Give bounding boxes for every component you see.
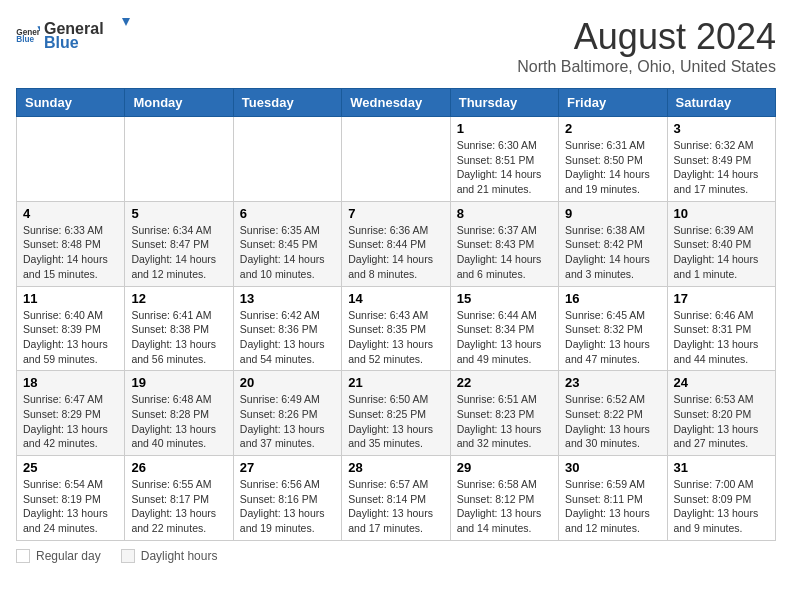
day-info: Sunrise: 6:53 AM Sunset: 8:20 PM Dayligh… xyxy=(674,392,769,451)
weekday-header-thursday: Thursday xyxy=(450,89,558,117)
day-cell xyxy=(233,117,341,202)
week-row-1: 1Sunrise: 6:30 AM Sunset: 8:51 PM Daylig… xyxy=(17,117,776,202)
day-cell: 8Sunrise: 6:37 AM Sunset: 8:43 PM Daylig… xyxy=(450,201,558,286)
day-cell: 16Sunrise: 6:45 AM Sunset: 8:32 PM Dayli… xyxy=(559,286,667,371)
week-row-2: 4Sunrise: 6:33 AM Sunset: 8:48 PM Daylig… xyxy=(17,201,776,286)
day-info: Sunrise: 6:33 AM Sunset: 8:48 PM Dayligh… xyxy=(23,223,118,282)
svg-text:Blue: Blue xyxy=(44,34,79,51)
day-info: Sunrise: 6:39 AM Sunset: 8:40 PM Dayligh… xyxy=(674,223,769,282)
header: General Blue General Blue August 2024 No… xyxy=(16,16,776,76)
day-info: Sunrise: 6:57 AM Sunset: 8:14 PM Dayligh… xyxy=(348,477,443,536)
day-cell: 6Sunrise: 6:35 AM Sunset: 8:45 PM Daylig… xyxy=(233,201,341,286)
day-cell: 25Sunrise: 6:54 AM Sunset: 8:19 PM Dayli… xyxy=(17,456,125,541)
day-number: 4 xyxy=(23,206,118,221)
weekday-header-row: SundayMondayTuesdayWednesdayThursdayFrid… xyxy=(17,89,776,117)
day-number: 16 xyxy=(565,291,660,306)
day-info: Sunrise: 6:54 AM Sunset: 8:19 PM Dayligh… xyxy=(23,477,118,536)
day-info: Sunrise: 6:55 AM Sunset: 8:17 PM Dayligh… xyxy=(131,477,226,536)
legend-item-white: Regular day xyxy=(16,549,101,563)
weekday-header-friday: Friday xyxy=(559,89,667,117)
day-info: Sunrise: 6:45 AM Sunset: 8:32 PM Dayligh… xyxy=(565,308,660,367)
day-number: 20 xyxy=(240,375,335,390)
day-cell: 24Sunrise: 6:53 AM Sunset: 8:20 PM Dayli… xyxy=(667,371,775,456)
day-cell: 19Sunrise: 6:48 AM Sunset: 8:28 PM Dayli… xyxy=(125,371,233,456)
day-cell: 5Sunrise: 6:34 AM Sunset: 8:47 PM Daylig… xyxy=(125,201,233,286)
legend-gray-label: Daylight hours xyxy=(141,549,218,563)
day-number: 17 xyxy=(674,291,769,306)
day-number: 13 xyxy=(240,291,335,306)
day-cell: 2Sunrise: 6:31 AM Sunset: 8:50 PM Daylig… xyxy=(559,117,667,202)
day-number: 6 xyxy=(240,206,335,221)
legend-box-gray xyxy=(121,549,135,563)
weekday-header-saturday: Saturday xyxy=(667,89,775,117)
day-number: 23 xyxy=(565,375,660,390)
day-number: 19 xyxy=(131,375,226,390)
week-row-5: 25Sunrise: 6:54 AM Sunset: 8:19 PM Dayli… xyxy=(17,456,776,541)
day-number: 2 xyxy=(565,121,660,136)
weekday-header-sunday: Sunday xyxy=(17,89,125,117)
day-number: 31 xyxy=(674,460,769,475)
day-cell: 30Sunrise: 6:59 AM Sunset: 8:11 PM Dayli… xyxy=(559,456,667,541)
day-cell: 26Sunrise: 6:55 AM Sunset: 8:17 PM Dayli… xyxy=(125,456,233,541)
day-info: Sunrise: 6:44 AM Sunset: 8:34 PM Dayligh… xyxy=(457,308,552,367)
day-cell: 15Sunrise: 6:44 AM Sunset: 8:34 PM Dayli… xyxy=(450,286,558,371)
day-number: 21 xyxy=(348,375,443,390)
day-info: Sunrise: 6:32 AM Sunset: 8:49 PM Dayligh… xyxy=(674,138,769,197)
day-info: Sunrise: 7:00 AM Sunset: 8:09 PM Dayligh… xyxy=(674,477,769,536)
weekday-header-tuesday: Tuesday xyxy=(233,89,341,117)
day-info: Sunrise: 6:47 AM Sunset: 8:29 PM Dayligh… xyxy=(23,392,118,451)
day-info: Sunrise: 6:41 AM Sunset: 8:38 PM Dayligh… xyxy=(131,308,226,367)
day-info: Sunrise: 6:42 AM Sunset: 8:36 PM Dayligh… xyxy=(240,308,335,367)
logo: General Blue General Blue xyxy=(16,16,134,52)
day-cell: 12Sunrise: 6:41 AM Sunset: 8:38 PM Dayli… xyxy=(125,286,233,371)
logo-svg: General Blue xyxy=(44,16,134,52)
day-cell: 17Sunrise: 6:46 AM Sunset: 8:31 PM Dayli… xyxy=(667,286,775,371)
day-cell: 22Sunrise: 6:51 AM Sunset: 8:23 PM Dayli… xyxy=(450,371,558,456)
svg-marker-4 xyxy=(122,18,130,26)
day-number: 18 xyxy=(23,375,118,390)
day-cell: 11Sunrise: 6:40 AM Sunset: 8:39 PM Dayli… xyxy=(17,286,125,371)
svg-text:Blue: Blue xyxy=(16,35,34,44)
day-cell: 3Sunrise: 6:32 AM Sunset: 8:49 PM Daylig… xyxy=(667,117,775,202)
day-info: Sunrise: 6:40 AM Sunset: 8:39 PM Dayligh… xyxy=(23,308,118,367)
day-info: Sunrise: 6:35 AM Sunset: 8:45 PM Dayligh… xyxy=(240,223,335,282)
day-cell: 9Sunrise: 6:38 AM Sunset: 8:42 PM Daylig… xyxy=(559,201,667,286)
day-cell: 18Sunrise: 6:47 AM Sunset: 8:29 PM Dayli… xyxy=(17,371,125,456)
day-cell: 20Sunrise: 6:49 AM Sunset: 8:26 PM Dayli… xyxy=(233,371,341,456)
day-info: Sunrise: 6:48 AM Sunset: 8:28 PM Dayligh… xyxy=(131,392,226,451)
day-number: 26 xyxy=(131,460,226,475)
day-info: Sunrise: 6:49 AM Sunset: 8:26 PM Dayligh… xyxy=(240,392,335,451)
general-blue-logo-icon: General Blue xyxy=(16,24,40,44)
day-number: 22 xyxy=(457,375,552,390)
weekday-header-monday: Monday xyxy=(125,89,233,117)
day-cell: 23Sunrise: 6:52 AM Sunset: 8:22 PM Dayli… xyxy=(559,371,667,456)
day-number: 11 xyxy=(23,291,118,306)
day-cell: 10Sunrise: 6:39 AM Sunset: 8:40 PM Dayli… xyxy=(667,201,775,286)
week-row-4: 18Sunrise: 6:47 AM Sunset: 8:29 PM Dayli… xyxy=(17,371,776,456)
day-info: Sunrise: 6:59 AM Sunset: 8:11 PM Dayligh… xyxy=(565,477,660,536)
day-number: 10 xyxy=(674,206,769,221)
calendar-table: SundayMondayTuesdayWednesdayThursdayFrid… xyxy=(16,88,776,541)
day-cell: 31Sunrise: 7:00 AM Sunset: 8:09 PM Dayli… xyxy=(667,456,775,541)
weekday-header-wednesday: Wednesday xyxy=(342,89,450,117)
legend-item-gray: Daylight hours xyxy=(121,549,218,563)
day-cell xyxy=(17,117,125,202)
day-cell: 27Sunrise: 6:56 AM Sunset: 8:16 PM Dayli… xyxy=(233,456,341,541)
legend-box-white xyxy=(16,549,30,563)
day-number: 5 xyxy=(131,206,226,221)
day-number: 1 xyxy=(457,121,552,136)
day-info: Sunrise: 6:43 AM Sunset: 8:35 PM Dayligh… xyxy=(348,308,443,367)
day-info: Sunrise: 6:56 AM Sunset: 8:16 PM Dayligh… xyxy=(240,477,335,536)
day-number: 7 xyxy=(348,206,443,221)
day-cell: 14Sunrise: 6:43 AM Sunset: 8:35 PM Dayli… xyxy=(342,286,450,371)
day-number: 14 xyxy=(348,291,443,306)
day-number: 30 xyxy=(565,460,660,475)
day-info: Sunrise: 6:46 AM Sunset: 8:31 PM Dayligh… xyxy=(674,308,769,367)
day-cell: 29Sunrise: 6:58 AM Sunset: 8:12 PM Dayli… xyxy=(450,456,558,541)
day-info: Sunrise: 6:51 AM Sunset: 8:23 PM Dayligh… xyxy=(457,392,552,451)
day-cell: 13Sunrise: 6:42 AM Sunset: 8:36 PM Dayli… xyxy=(233,286,341,371)
day-cell: 28Sunrise: 6:57 AM Sunset: 8:14 PM Dayli… xyxy=(342,456,450,541)
day-info: Sunrise: 6:37 AM Sunset: 8:43 PM Dayligh… xyxy=(457,223,552,282)
legend-white-label: Regular day xyxy=(36,549,101,563)
day-number: 28 xyxy=(348,460,443,475)
